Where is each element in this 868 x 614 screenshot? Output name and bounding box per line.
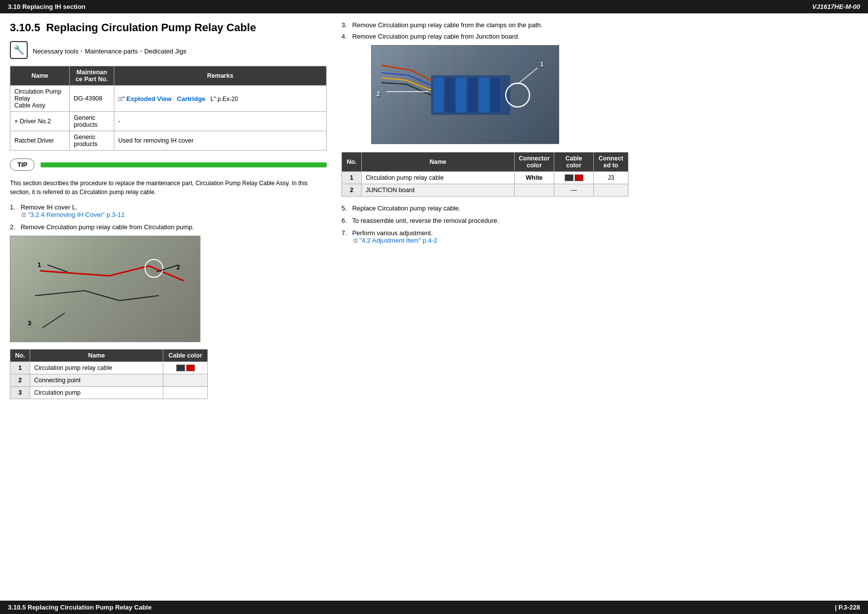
bottom-header-no: No. [10, 350, 30, 362]
parts-row2-remarks: - [114, 112, 327, 131]
section-title: 3.10.5 Replacing Circulation Pump Relay … [10, 21, 327, 34]
rc-row-1: 1 Circulation pump relay cable White J3 [342, 172, 628, 184]
left-column: 3.10.5 Replacing Circulation Pump Relay … [10, 21, 327, 407]
bottom-row2-no: 2 [10, 374, 30, 387]
bottom-row1-name: Circulation pump relay cable [30, 362, 163, 374]
svg-line-13 [518, 68, 537, 84]
content-area: 3.10.5 Replacing Circulation Pump Relay … [0, 13, 868, 432]
right-image: 2 1 [371, 45, 858, 144]
svg-line-3 [43, 313, 65, 328]
rc-row2-connected [594, 184, 628, 197]
parts-row1-remarks: 🗎̂" Exploded View Cartridge L" p.Ex-20 [114, 86, 327, 112]
parts-row-1: Circulation Pump RelayCable Assy DG-4390… [10, 86, 327, 112]
bottom-header-cable: Cable color [163, 350, 208, 362]
bottom-row-3: 3 Circulation pump [10, 387, 208, 399]
rc-header-no: No. [342, 153, 362, 172]
step-5: 5. Replace Circulation pump relay cable. [341, 205, 858, 212]
rc-row1-cable [554, 172, 594, 184]
cartridge-link[interactable]: Cartridge [177, 95, 205, 102]
step-2-text: 2. Remove Circulation pump relay cable f… [10, 223, 194, 231]
page-header: 3.10 Replacing IH section VJ1617HE-M-00 [0, 0, 868, 13]
bottom-row1-color [163, 362, 208, 374]
rc-row1-no: 1 [342, 172, 362, 184]
rc-row1-connected: J3 [594, 172, 628, 184]
tip-text: This section describes the procedure to … [10, 179, 327, 197]
tools-icon: 🔧 [10, 41, 28, 59]
exploded-view-link[interactable]: Exploded View [126, 95, 172, 102]
bottom-table: No. Name Cable color 1 Circulation pump … [10, 349, 208, 399]
parts-table: Name Maintenance Part No. Remarks Circul… [10, 66, 327, 151]
parts-row1-name: Circulation Pump RelayCable Assy [10, 86, 70, 112]
steps-5-7: 5. Replace Circulation pump relay cable.… [341, 205, 858, 244]
right-column: 3. Remove Circulation pump relay cable f… [341, 21, 858, 407]
rc-row2-name: JUNCTION board [362, 184, 515, 197]
header-section: 3.10 Replacing IH section [8, 3, 86, 10]
svg-line-1 [48, 265, 67, 272]
tools-line: Necessary tools・Maintenance parts・Dedica… [33, 47, 187, 56]
bottom-row1-no: 1 [10, 362, 30, 374]
step-1-indent: 🗎̂ "3.2.4 Removing IH Cover" p.3-11 [22, 211, 125, 218]
step-4-text: 4. Remove Circulation pump relay cable f… [341, 33, 520, 40]
rc-row2-no: 2 [342, 184, 362, 197]
parts-row1-partno: DG-43908 [70, 86, 114, 112]
rc-row1-name: Circulation pump relay cable [362, 172, 515, 184]
rc-row1-connector: White [515, 172, 554, 184]
rc-header-connected: Connected to [594, 153, 628, 172]
bottom-row2-name: Connecting point [30, 374, 163, 387]
parts-row3-name: Ratchet Driver [10, 131, 70, 151]
step-7: 7. Perform various adjustment. 🗎̂ "4.2 A… [341, 229, 858, 244]
bottom-row3-name: Circulation pump [30, 387, 163, 399]
rc-row2-connector [515, 184, 554, 197]
step-5-text: 5. Replace Circulation pump relay cable. [341, 205, 461, 212]
left-image: 1 2 3 [10, 236, 327, 342]
bottom-row-1: 1 Circulation pump relay cable [10, 362, 208, 374]
footer-section: 3.10.5 Replacing Circulation Pump Relay … [8, 604, 151, 611]
step-6-text: 6. To reassemble unit, reverse the remov… [341, 217, 499, 224]
tip-box: TIP [10, 158, 327, 171]
parts-row2-partno: Genericproducts [70, 112, 114, 131]
page-footer: 3.10.5 Replacing Circulation Pump Relay … [0, 601, 868, 614]
bottom-row2-color [163, 374, 208, 387]
bottom-header-name: Name [30, 350, 163, 362]
parts-header-name: Name [10, 66, 70, 86]
step-1: 1. Remove IH cover L. 🗎̂ "3.2.4 Removing… [10, 204, 327, 218]
rc-header-name: Name [362, 153, 515, 172]
tip-label: TIP [10, 158, 35, 171]
right-connector-table: No. Name Connectorcolor Cable color Conn… [341, 152, 628, 197]
step-7-ref-link[interactable]: "4.2 Adjustment Item" p.4-2 [359, 237, 437, 244]
rc-header-connector: Connectorcolor [515, 153, 554, 172]
bottom-row3-no: 3 [10, 387, 30, 399]
parts-row3-remarks: Used for removing IH cover [114, 131, 327, 151]
parts-row2-name: + Driver No.2 [10, 112, 70, 131]
rc-header-cable: Cable color [554, 153, 594, 172]
parts-row3-partno: Genericproducts [70, 131, 114, 151]
step-7-indent: 🗎̂ "4.2 Adjustment Item" p.4-2 [353, 237, 437, 244]
step-6: 6. To reassemble unit, reverse the remov… [341, 217, 858, 224]
step-1-number: 1. Remove IH cover L. [10, 204, 78, 211]
step-2: 2. Remove Circulation pump relay cable f… [10, 223, 327, 231]
footer-page: | P.3-228 [835, 604, 860, 611]
bottom-row3-color [163, 387, 208, 399]
step-3-text: 3. Remove Circulation pump relay cable f… [341, 21, 542, 29]
step-4: 4. Remove Circulation pump relay cable f… [341, 33, 858, 40]
parts-header-remarks: Remarks [114, 66, 327, 86]
doc-id: VJ1617HE-M-00 [812, 3, 860, 10]
step-1-ref-link[interactable]: "3.2.4 Removing IH Cover" p.3-11 [28, 211, 125, 218]
parts-header-partno: Maintenance Part No. [70, 66, 114, 86]
rc-row2-cable: — [554, 184, 594, 197]
tip-bar [41, 162, 327, 167]
svg-line-2 [156, 265, 179, 272]
step-3: 3. Remove Circulation pump relay cable f… [341, 21, 858, 29]
section-title-text: Replacing Circulation Pump Relay Cable [46, 21, 256, 34]
parts-row-2: + Driver No.2 Genericproducts - [10, 112, 327, 131]
section-number: 3.10.5 [10, 21, 40, 34]
step-7-text: 7. Perform various adjustment. [341, 229, 433, 237]
parts-row-3: Ratchet Driver Genericproducts Used for … [10, 131, 327, 151]
rc-row-2: 2 JUNCTION board — [342, 184, 628, 197]
bottom-row-2: 2 Connecting point [10, 374, 208, 387]
